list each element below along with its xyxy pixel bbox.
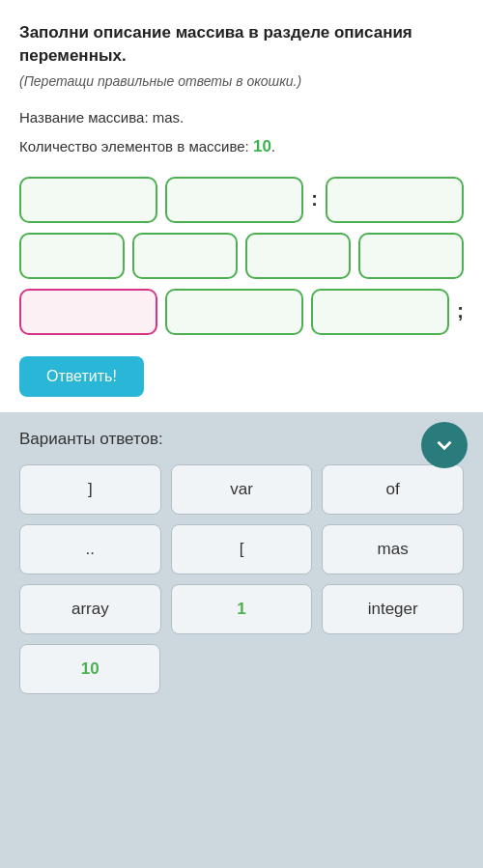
expand-button[interactable] — [421, 422, 468, 468]
variants-title: Варианты ответов: — [19, 430, 464, 449]
colon-separator: : — [311, 188, 318, 210]
variant-chip-var[interactable]: var — [171, 464, 313, 515]
drop-cell-1-2[interactable] — [165, 177, 303, 223]
chevron-down-icon — [432, 433, 457, 458]
variant-chip-mas[interactable]: mas — [322, 524, 464, 574]
element-count-label: Количество элементов в массиве: — [19, 138, 249, 154]
variant-chip-dotdot[interactable]: .. — [19, 524, 161, 574]
drop-zones-area: : ; — [19, 177, 464, 335]
drop-cell-2-4[interactable] — [358, 233, 464, 279]
variant-chip-of[interactable]: of — [322, 464, 464, 515]
variant-chip-10[interactable]: 10 — [19, 644, 160, 694]
drop-row-3: ; — [19, 289, 464, 335]
drop-cell-2-3[interactable] — [245, 233, 351, 279]
instruction-title: Заполни описание массива в разделе описа… — [19, 21, 464, 68]
instruction-subtitle: (Перетащи правильные ответы в окошки.) — [19, 73, 464, 89]
drop-cell-3-3[interactable] — [311, 289, 449, 335]
top-section: Заполни описание массива в разделе описа… — [0, 0, 483, 412]
answer-button[interactable]: Ответить! — [19, 356, 144, 397]
drop-cell-1-1[interactable] — [19, 177, 157, 223]
drop-cell-1-3[interactable] — [326, 177, 464, 223]
period: . — [271, 138, 275, 154]
array-name-line: Название массива: mas. — [19, 106, 464, 129]
variants-last-row: 10 — [19, 644, 464, 694]
variant-chip-integer[interactable]: integer — [322, 584, 464, 634]
drop-row-1: : — [19, 177, 464, 223]
variant-chip-array[interactable]: array — [19, 584, 161, 634]
drop-row-2 — [19, 233, 464, 279]
drop-cell-2-1[interactable] — [19, 233, 125, 279]
variants-grid: ] var of .. [ mas array 1 integer — [19, 464, 464, 634]
drop-cell-3-2[interactable] — [165, 289, 303, 335]
variant-chip-bracket-close[interactable]: ] — [19, 464, 161, 515]
array-name-label: Название массива: mas. — [19, 109, 184, 126]
element-count-value: 10 — [253, 137, 271, 155]
answer-btn-row: Ответить! — [19, 356, 464, 397]
variant-chip-1[interactable]: 1 — [171, 584, 313, 634]
variant-chip-bracket-open[interactable]: [ — [171, 524, 313, 574]
element-count-line: Количество элементов в массиве: 10. — [19, 133, 464, 159]
drop-cell-3-1[interactable] — [19, 289, 157, 335]
drop-cell-2-2[interactable] — [132, 233, 238, 279]
semicolon-separator: ; — [457, 300, 464, 322]
bottom-section: Варианты ответов: ] var of .. [ mas arra… — [0, 412, 483, 868]
